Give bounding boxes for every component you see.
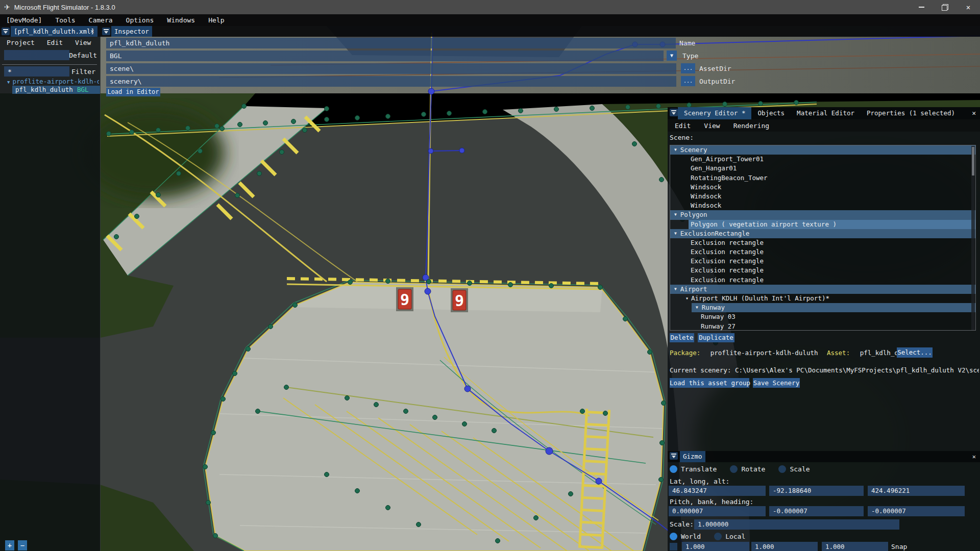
vertex-dot[interactable] [648,350,652,355]
snap-field-1[interactable]: 1.000 [751,542,818,551]
vertex-dot[interactable] [186,126,190,131]
snap-field-2[interactable]: 1.000 [822,542,888,551]
expand-arrow-icon[interactable]: ▼ [696,303,698,312]
vertex-dot[interactable] [623,317,628,321]
tree-row-airport[interactable]: ▼Airport [670,285,975,294]
vertex-dot[interactable] [554,107,559,112]
vertex-dot[interactable] [626,105,630,110]
tree-row-windsock[interactable]: Windsock [670,192,975,201]
tree-row-scenery[interactable]: ▼Scenery [670,145,975,155]
taxiway-sign-right[interactable]: 9 [451,288,468,312]
vertex-dot[interactable] [569,492,573,496]
radio-icon[interactable] [670,533,677,540]
vertex-dot[interactable] [590,106,595,111]
radio-icon[interactable] [778,465,786,473]
filter-input[interactable]: * [4,66,69,77]
tab-gizmo[interactable]: Gizmo [680,451,705,462]
vertex-dot[interactable] [662,401,666,406]
project-menu-view[interactable]: View [75,39,91,46]
vertex-dot[interactable] [257,171,262,176]
vertex-dot[interactable] [386,506,390,510]
scenery-menu-edit[interactable]: Edit [675,122,691,130]
tree-row-gen-airport-tower01[interactable]: Gen_Airport_Tower01 [670,155,975,164]
vertex-dot[interactable] [233,371,237,376]
space-radio-world[interactable]: World [670,533,701,540]
vertex-dot[interactable] [177,171,181,176]
collapse-gizmo-icon[interactable] [670,452,678,460]
vertex-dot[interactable] [156,128,161,133]
tree-row-exclusion-rectangle[interactable]: Exclusion rectangle [670,238,975,247]
project-tree-root[interactable]: ▼proflite-airport-kdlh-duluth [7,78,99,85]
vertex-dot[interactable] [213,534,218,538]
vertex-dot[interactable] [656,104,661,109]
vertex-dot[interactable] [416,522,421,527]
menu-item-options[interactable]: Options [126,16,154,24]
vertex-dot[interactable] [794,101,799,105]
snap-checkbox[interactable] [670,543,677,550]
save-scenery-button[interactable]: Save Scenery [753,378,800,388]
vertex-dot[interactable] [238,122,242,127]
inspector-field-type[interactable]: BGL [106,51,664,61]
vertex-dot[interactable] [386,279,390,284]
vertex-dot[interactable] [220,127,225,131]
path-node-dot[interactable] [428,88,434,94]
vertex-dot[interactable] [549,284,554,288]
vertex-dot[interactable] [483,110,487,114]
vertex-dot[interactable] [447,111,452,116]
load-asset-group-button[interactable]: Load this asset group [670,378,749,388]
tree-row-exclusion-rectangle[interactable]: Exclusion rectangle [670,257,975,266]
expand-arrow-icon[interactable]: ▾ [685,294,689,303]
close-gizmo-panel-icon[interactable]: ✕ [972,451,976,462]
vertex-dot[interactable] [462,422,467,427]
tab-inspector[interactable]: Inspector [111,26,152,37]
scenery-menu-rendering[interactable]: Rendering [733,122,769,130]
vertex-dot[interactable] [156,193,161,197]
duplicate-button[interactable]: Duplicate [698,333,734,342]
vertex-dot[interactable] [468,281,472,286]
expand-arrow-icon[interactable]: ▼ [674,145,677,155]
tree-row-exclusion-rectangle[interactable]: Exclusion rectangle [670,266,975,275]
close-button[interactable]: ✕ [957,0,980,14]
vertex-dot[interactable] [130,130,134,135]
pbh-field-2[interactable]: -0.000007 [868,506,965,516]
expand-arrow-icon[interactable]: ▼ [674,285,677,294]
lla-field-2[interactable]: 424.496221 [868,486,965,496]
tree-row-polygon[interactable]: ▼Polygon [670,210,975,219]
vertex-dot[interactable] [325,117,329,122]
vertex-dot[interactable] [135,214,139,219]
tree-row-exclusion-rectangle[interactable]: Exclusion rectangle [670,276,975,285]
collapse-scenery-icon[interactable] [670,109,678,116]
expand-arrow-icon[interactable]: ▼ [674,229,677,238]
close-scenery-panel-icon[interactable]: ✕ [972,107,976,119]
taxiway-sign-left[interactable]: 9 [396,287,413,311]
vertex-dot[interactable] [114,235,119,239]
mode-radio-rotate[interactable]: Rotate [730,465,765,473]
vertex-dot[interactable] [496,539,500,543]
lla-field-0[interactable]: 46.843247 [669,486,766,496]
collapse-inspector-icon[interactable] [102,28,110,35]
radio-icon[interactable] [714,533,722,540]
lla-field-1[interactable]: -92.188640 [769,486,864,496]
path-node-dot[interactable] [428,148,433,154]
vertex-dot[interactable] [659,178,664,182]
project-menu-project[interactable]: Project [7,39,35,46]
vertex-dot[interactable] [355,116,360,120]
vertex-dot[interactable] [660,441,665,445]
menu-item-camera[interactable]: Camera [89,16,113,24]
path-node-dot[interactable] [425,288,431,294]
zoom-in-button[interactable]: + [5,540,14,550]
mode-radio-scale[interactable]: Scale [778,465,810,473]
vertex-dot[interactable] [632,142,637,146]
vertex-dot[interactable] [291,119,296,124]
vertex-dot[interactable] [284,385,289,390]
vertex-dot[interactable] [221,397,226,402]
vertex-dot[interactable] [211,431,216,435]
tab-properties-1-selected[interactable]: Properties (1 selected) [861,107,961,119]
vertex-dot[interactable] [303,128,307,133]
minimize-button[interactable] [910,0,933,14]
tree-row-windsock[interactable]: Windsock [670,201,975,210]
vertex-dot[interactable] [603,411,608,416]
expand-arrow-icon[interactable]: ▼ [674,210,677,219]
snap-field-0[interactable]: 1.000 [682,542,749,551]
menu-item-help[interactable]: Help [208,16,224,24]
